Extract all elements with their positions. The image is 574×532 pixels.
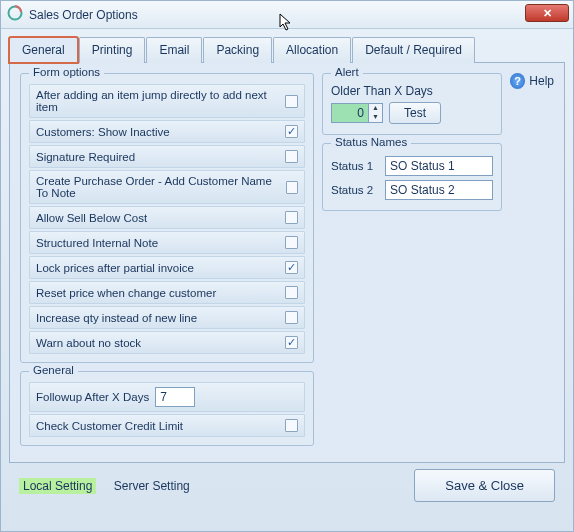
status-names-title: Status Names	[331, 136, 411, 148]
opt-increase-qty-new-line[interactable]: Increase qty instead of new line	[29, 306, 305, 329]
tab-packing[interactable]: Packing	[203, 37, 272, 63]
help-link[interactable]: ? Help	[510, 73, 554, 89]
tab-general[interactable]: General	[9, 37, 78, 63]
titlebar: Sales Order Options ✕	[1, 1, 573, 29]
opt-check-credit-limit[interactable]: Check Customer Credit Limit	[29, 414, 305, 437]
tab-allocation[interactable]: Allocation	[273, 37, 351, 63]
form-options-title: Form options	[29, 66, 104, 78]
row-followup-days: Followup After X Days	[29, 382, 305, 412]
server-setting-link[interactable]: Server Setting	[114, 479, 190, 493]
sales-order-options-window: Sales Order Options ✕ General Printing E…	[0, 0, 574, 532]
followup-days-input[interactable]	[155, 387, 195, 407]
local-setting-link[interactable]: Local Setting	[19, 478, 96, 494]
app-icon	[7, 5, 23, 24]
status-1-input[interactable]	[385, 156, 493, 176]
chk-allow-sell-below-cost[interactable]	[285, 211, 298, 224]
status-names-group: Status Names Status 1 Status 2	[322, 143, 502, 211]
status-1-label: Status 1	[331, 160, 379, 172]
spinner-down-icon[interactable]: ▼	[369, 113, 382, 122]
opt-allow-sell-below-cost[interactable]: Allow Sell Below Cost	[29, 206, 305, 229]
opt-jump-next-item[interactable]: After adding an item jump directly to ad…	[29, 84, 305, 118]
window-title: Sales Order Options	[29, 8, 138, 22]
spinner-up-icon[interactable]: ▲	[369, 104, 382, 113]
tab-default-required[interactable]: Default / Required	[352, 37, 475, 63]
chk-warn-no-stock[interactable]	[285, 336, 298, 349]
test-button[interactable]: Test	[389, 102, 441, 124]
footer-bar: Local Setting Server Setting Save & Clos…	[9, 463, 565, 506]
help-icon: ?	[510, 73, 525, 89]
opt-lock-prices-partial[interactable]: Lock prices after partial invoice	[29, 256, 305, 279]
chk-increase-qty-new-line[interactable]	[285, 311, 298, 324]
alert-group-title: Alert	[331, 66, 363, 78]
chk-customers-show-inactive[interactable]	[285, 125, 298, 138]
status-2-label: Status 2	[331, 184, 379, 196]
tab-panel-general: Form options After adding an item jump d…	[9, 63, 565, 463]
chk-reset-price-change-customer[interactable]	[285, 286, 298, 299]
tab-email[interactable]: Email	[146, 37, 202, 63]
opt-signature-required[interactable]: Signature Required	[29, 145, 305, 168]
chk-lock-prices-partial[interactable]	[285, 261, 298, 274]
chk-create-po-name-to-note[interactable]	[286, 181, 298, 194]
chk-jump-next-item[interactable]	[285, 95, 298, 108]
opt-customers-show-inactive[interactable]: Customers: Show Inactive	[29, 120, 305, 143]
opt-reset-price-change-customer[interactable]: Reset price when change customer	[29, 281, 305, 304]
older-than-days-spinner[interactable]: 0 ▲ ▼	[331, 103, 383, 123]
general-group: General Followup After X Days Check Cust…	[20, 371, 314, 446]
opt-warn-no-stock[interactable]: Warn about no stock	[29, 331, 305, 354]
older-than-days-value: 0	[332, 104, 368, 122]
chk-check-credit-limit[interactable]	[285, 419, 298, 432]
status-2-input[interactable]	[385, 180, 493, 200]
older-than-label: Older Than X Days	[331, 84, 493, 98]
alert-group: Alert Older Than X Days 0 ▲ ▼ Test	[322, 73, 502, 135]
close-icon: ✕	[543, 7, 552, 20]
general-group-title: General	[29, 364, 78, 376]
close-button[interactable]: ✕	[525, 4, 569, 22]
form-options-group: Form options After adding an item jump d…	[20, 73, 314, 363]
tab-printing[interactable]: Printing	[79, 37, 146, 63]
content-area: General Printing Email Packing Allocatio…	[1, 29, 573, 514]
chk-signature-required[interactable]	[285, 150, 298, 163]
tab-strip: General Printing Email Packing Allocatio…	[9, 37, 565, 63]
opt-create-po-name-to-note[interactable]: Create Purchase Order - Add Customer Nam…	[29, 170, 305, 204]
chk-structured-internal-note[interactable]	[285, 236, 298, 249]
save-close-button[interactable]: Save & Close	[414, 469, 555, 502]
opt-structured-internal-note[interactable]: Structured Internal Note	[29, 231, 305, 254]
